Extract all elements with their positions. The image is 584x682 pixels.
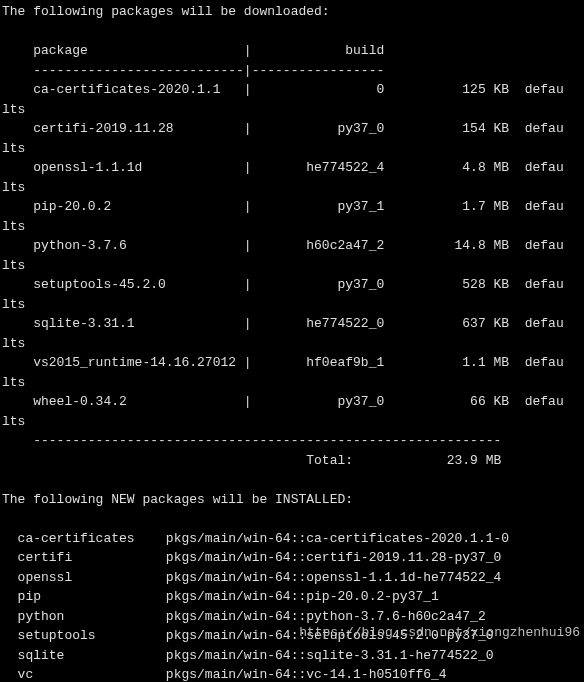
- watermark-text: https://blog.csdn.net/xiongzhenhui96: [299, 623, 580, 643]
- terminal-output: The following packages will be downloade…: [0, 0, 584, 682]
